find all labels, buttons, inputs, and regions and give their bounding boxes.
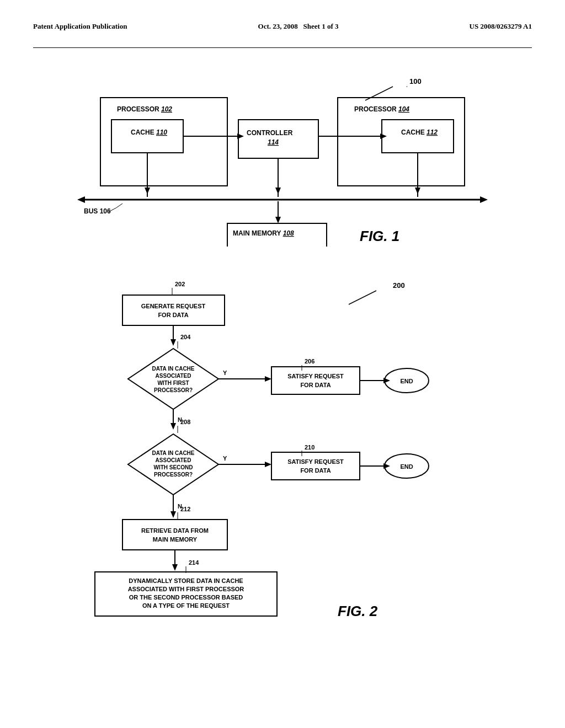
svg-marker-1: [237, 133, 244, 139]
header-center: Oct. 23, 2008 Sheet 1 of 3: [258, 22, 339, 31]
svg-marker-20: [172, 564, 178, 571]
box214-l4: ON A TYPE OF THE REQUEST: [142, 602, 230, 609]
svg-marker-7: [275, 188, 281, 194]
box214-l2: ASSOCIATED WITH FIRST PROCESSOR: [128, 586, 244, 592]
box212-l1: RETRIEVE DATA FROM: [141, 527, 209, 534]
fig1-ref-100: 100: [409, 77, 422, 85]
box202: [122, 295, 225, 325]
box206-ref: 206: [305, 358, 315, 365]
box206: [271, 367, 360, 394]
diamond204: [128, 349, 218, 409]
diamond204-ref: 204: [180, 334, 191, 340]
box206-l2: FOR DATA: [300, 382, 331, 388]
cache1-label: CACHE 110: [131, 129, 167, 136]
fig1-svg: 100 PROCESSOR 102 CACHE 110 PROCESSOR 10…: [67, 70, 498, 247]
svg-marker-2: [380, 133, 387, 139]
svg-marker-18: [170, 511, 176, 518]
label-y2: Y: [223, 455, 227, 462]
fig1-container: 100 PROCESSOR 102 CACHE 110 PROCESSOR 10…: [67, 70, 498, 247]
fig2-ref-arrow: [349, 291, 376, 304]
box210-l1: SATISFY REQUEST: [287, 458, 344, 465]
bus-pointer: [109, 204, 122, 212]
diamond204-l2: ASSOCIATED: [156, 373, 191, 379]
diamond208-ref: 208: [180, 419, 190, 425]
box214-l3: OR THE SECOND PROCESSOR BASED: [129, 594, 243, 601]
cache1-box: [111, 120, 183, 153]
box206-l1: SATISFY REQUEST: [287, 373, 344, 379]
bus-left-arrow: [77, 196, 85, 203]
diamond204-l1: DATA IN CACHE: [152, 366, 194, 372]
page-header: Patent Application Publication Oct. 23, …: [33, 22, 532, 31]
diamond204-l4: PROCESSOR?: [154, 387, 193, 393]
fig2-svg: 200 202 GENERATE REQUEST FOR DATA 204 DA…: [67, 274, 498, 715]
cache2-label: CACHE 112: [401, 129, 438, 136]
svg-marker-13: [170, 423, 176, 430]
box202-ref: 202: [175, 281, 185, 287]
box212-l2: MAIN MEMORY: [153, 536, 198, 543]
box212-ref: 212: [180, 506, 190, 512]
diamond204-l3: WITH FIRST: [157, 380, 189, 386]
fig1-section: 100 PROCESSOR 102 CACHE 110 PROCESSOR 10…: [33, 70, 532, 247]
box202-label2: FOR DATA: [158, 312, 188, 318]
header-left: Patent Application Publication: [33, 22, 127, 31]
label-y1: Y: [223, 370, 227, 376]
box202-label1: GENERATE REQUEST: [141, 303, 206, 309]
svg-marker-9: [170, 339, 176, 346]
fig1-label: FIG. 1: [360, 228, 399, 244]
box210: [271, 452, 360, 480]
end1-label: END: [400, 378, 413, 384]
controller-num: 114: [268, 138, 279, 146]
svg-marker-15: [265, 462, 271, 467]
fig1-ref-arrow: [365, 87, 393, 100]
diamond208-l3: WITH SECOND: [153, 464, 193, 470]
memory-label: MAIN MEMORY 108: [233, 229, 294, 237]
processor2-label: PROCESSOR 104: [354, 105, 409, 113]
end2-label: END: [400, 463, 413, 470]
box210-ref: 210: [305, 444, 315, 451]
header-divider: [33, 47, 532, 48]
fig2-ref-200: 200: [393, 281, 405, 290]
fig2-section: 200 202 GENERATE REQUEST FOR DATA 204 DA…: [33, 274, 532, 704]
cache2-box: [382, 120, 454, 153]
box212: [122, 520, 227, 550]
svg-marker-8: [275, 217, 281, 223]
processor1-label: PROCESSOR 102: [117, 105, 172, 113]
page: Patent Application Publication Oct. 23, …: [0, 0, 565, 728]
diamond208-l4: PROCESSOR?: [154, 472, 193, 478]
bus-right-arrow: [480, 196, 488, 203]
header-right: US 2008/0263279 A1: [470, 22, 532, 31]
svg-marker-10: [265, 376, 271, 382]
controller-label: CONTROLLER: [247, 129, 293, 137]
fig2-container: 200 202 GENERATE REQUEST FOR DATA 204 DA…: [67, 274, 498, 704]
diamond208-l2: ASSOCIATED: [156, 457, 191, 463]
box214-l1: DYNAMICALLY STORE DATA IN CACHE: [129, 577, 243, 584]
bus-label: BUS 106: [84, 207, 111, 215]
box210-l2: FOR DATA: [300, 467, 331, 474]
box214-ref: 214: [189, 559, 199, 566]
diamond208-l1: DATA IN CACHE: [152, 450, 194, 456]
fig2-label: FIG. 2: [338, 603, 378, 619]
